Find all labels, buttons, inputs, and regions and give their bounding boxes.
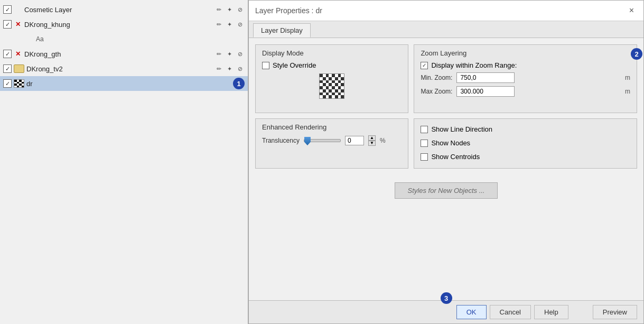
layer-name: DKrong_tv2: [26, 65, 212, 73]
style-override-label: Style Override: [273, 61, 316, 69]
zoom-layering-section: Zoom Layering Display within Zoom Range:…: [414, 44, 637, 113]
checker-icon: [14, 79, 24, 88]
display-options-section: Show Line Direction Show Nodes Show Cent…: [414, 118, 637, 169]
max-zoom-unit: m: [625, 88, 630, 95]
layer-list: Cosmetic Layer ✏ ✦ ⊘ ✕ DKrong_khung ✏ ✦ …: [0, 0, 248, 324]
min-zoom-input[interactable]: [456, 72, 515, 83]
percent-label: %: [380, 137, 386, 144]
star-icon[interactable]: ✦: [225, 5, 234, 14]
layer-row-selected[interactable]: dr 1: [0, 76, 248, 91]
layer-properties-dialog: Layer Properties : dr × Layer Display Di…: [248, 0, 644, 324]
preview-button[interactable]: Preview: [593, 305, 637, 319]
layer-checkbox[interactable]: [3, 50, 12, 58]
max-zoom-label: Max Zoom:: [421, 88, 452, 95]
enhanced-rendering-section: Enhanced Rendering Translucency ▲ ▼ %: [255, 118, 408, 169]
translucency-slider[interactable]: [304, 139, 341, 142]
show-centroids-checkbox[interactable]: [421, 153, 428, 161]
link-icon[interactable]: ⊘: [235, 20, 245, 29]
spin-down[interactable]: ▼: [368, 141, 376, 146]
translucency-row: Translucency ▲ ▼ %: [262, 135, 402, 146]
show-centroids-row[interactable]: Show Centroids: [421, 153, 630, 161]
style-override-checkbox[interactable]: [262, 62, 269, 69]
dialog-footer: 3 OK Cancel Help Preview: [249, 300, 643, 323]
layer-row[interactable]: Cosmetic Layer ✏ ✦ ⊘: [0, 2, 248, 17]
max-zoom-input[interactable]: [456, 86, 515, 97]
edit-icon[interactable]: ✏: [214, 64, 223, 73]
layer-name: DKrong_gth: [24, 50, 212, 58]
close-button[interactable]: ×: [626, 5, 637, 16]
layer-row[interactable]: DKrong_tv2 ✏ ✦ ⊘: [0, 61, 248, 76]
show-centroids-label: Show Centroids: [431, 153, 480, 161]
display-within-zoom-checkbox[interactable]: [421, 62, 428, 69]
styles-for-new-objects-button[interactable]: Styles for New Objects ...: [395, 182, 498, 199]
show-nodes-checkbox[interactable]: [421, 140, 428, 147]
step-badge-2: 2: [631, 48, 642, 60]
edit-icon[interactable]: ✏: [214, 49, 223, 59]
edit-icon[interactable]: ✏: [214, 20, 223, 29]
display-mode-section: Display Mode Style Override: [255, 44, 408, 113]
layer-checkbox[interactable]: [3, 5, 12, 14]
tab-bar: Layer Display: [249, 21, 643, 38]
slider-thumb: [304, 137, 311, 145]
styles-btn-container: Styles for New Objects ...: [255, 178, 637, 199]
layer-actions: ✏ ✦ ⊘: [214, 20, 245, 29]
show-nodes-label: Show Nodes: [431, 139, 470, 147]
show-line-direction-label: Show Line Direction: [431, 125, 492, 133]
spacer: [255, 204, 637, 294]
link-icon[interactable]: ⊘: [235, 49, 245, 59]
translucency-label: Translucency: [262, 137, 300, 144]
layer-actions: ✏ ✦ ⊘: [214, 5, 245, 14]
folder-icon: [14, 64, 24, 73]
layer-checkbox[interactable]: [3, 20, 12, 29]
layer-checkbox[interactable]: [3, 64, 12, 73]
options-cb-list: Show Line Direction Show Nodes Show Cent…: [421, 125, 630, 164]
x-icon: ✕: [14, 50, 22, 58]
dialog-title: Layer Properties : dr: [255, 6, 322, 15]
ok-button[interactable]: OK: [456, 305, 487, 319]
translucency-spinner[interactable]: ▲ ▼: [368, 135, 376, 146]
show-line-direction-row[interactable]: Show Line Direction: [421, 125, 630, 133]
enhanced-rendering-title: Enhanced Rendering: [262, 123, 402, 131]
dialog-titlebar: Layer Properties : dr ×: [249, 1, 643, 21]
layer-actions: ✏ ✦ ⊘: [214, 64, 245, 73]
layer-name: DKrong_khung: [24, 21, 212, 29]
layer-name: dr: [26, 80, 231, 88]
tab-layer-display[interactable]: Layer Display: [253, 23, 311, 38]
aa-label: Aa: [21, 35, 44, 43]
rendering-section: Enhanced Rendering Translucency ▲ ▼ %: [255, 118, 637, 169]
layer-actions: ✏ ✦ ⊘: [214, 49, 245, 59]
link-icon[interactable]: ⊘: [235, 64, 245, 73]
star-icon[interactable]: ✦: [225, 20, 234, 29]
layer-row[interactable]: ✕ DKrong_khung ✏ ✦ ⊘: [0, 17, 248, 32]
zoom-layering-title: Zoom Layering: [421, 49, 630, 57]
zoom-grid: Min. Zoom: m Max Zoom: m: [421, 72, 630, 97]
cancel-button[interactable]: Cancel: [490, 305, 531, 319]
link-icon[interactable]: ⊘: [235, 5, 245, 14]
layer-name: Cosmetic Layer: [24, 6, 212, 14]
spin-up[interactable]: ▲: [368, 135, 376, 141]
display-within-zoom-label: Display within Zoom Range:: [431, 61, 517, 69]
x-icon: ✕: [14, 20, 22, 29]
style-preview[interactable]: [319, 73, 344, 99]
min-zoom-label: Min. Zoom:: [421, 74, 452, 81]
dialog-content: Display Mode Style Override: [249, 38, 643, 300]
star-icon[interactable]: ✦: [225, 64, 234, 73]
show-line-direction-checkbox[interactable]: [421, 126, 428, 133]
top-sections: Display Mode Style Override: [255, 44, 637, 113]
step-badge-3: 3: [441, 292, 452, 304]
display-within-zoom-row[interactable]: Display within Zoom Range:: [421, 61, 630, 69]
layer-row-aa: Aa: [0, 32, 248, 47]
display-mode-title: Display Mode: [262, 49, 402, 57]
style-override-row[interactable]: Style Override: [262, 61, 402, 69]
min-zoom-unit: m: [625, 74, 630, 81]
show-nodes-row[interactable]: Show Nodes: [421, 139, 630, 147]
star-icon[interactable]: ✦: [225, 49, 234, 59]
help-button[interactable]: Help: [534, 305, 568, 319]
step-badge-1: 1: [233, 78, 245, 89]
layer-row[interactable]: ✕ DKrong_gth ✏ ✦ ⊘: [0, 47, 248, 61]
translucency-input[interactable]: [345, 136, 364, 145]
layer-checkbox[interactable]: [3, 79, 12, 88]
edit-icon[interactable]: ✏: [214, 5, 223, 14]
